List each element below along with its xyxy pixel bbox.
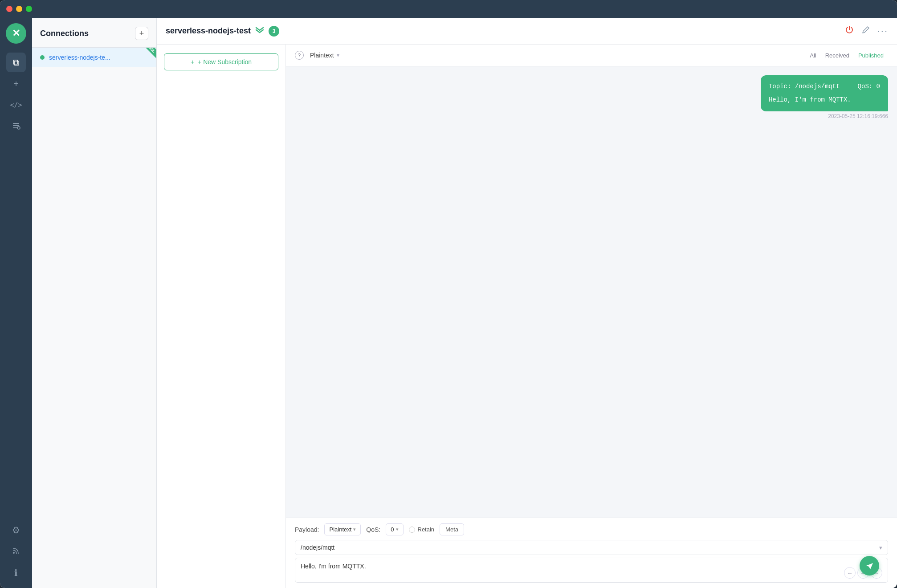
plaintext-chevron-icon: ▾	[337, 52, 339, 58]
topic-input[interactable]	[301, 544, 879, 551]
payload-type-chevron-icon: ▾	[353, 527, 356, 532]
maximize-button[interactable]	[26, 6, 32, 12]
info-icon: ℹ	[14, 568, 18, 578]
topic-chevron-icon: ▾	[879, 544, 882, 551]
payload-type-selector[interactable]: Plaintext ▾	[324, 523, 361, 535]
message-bubble: Topic: /nodejs/mqtt QoS: 0 Hello, I'm fr…	[761, 75, 888, 111]
filter-published-tab[interactable]: Published	[854, 50, 888, 61]
titlebar	[0, 0, 897, 18]
topbar: serverless-nodejs-test 3	[157, 18, 897, 45]
topbar-message-badge: 3	[269, 26, 279, 37]
qos-chevron-icon: ▾	[396, 527, 399, 532]
send-button[interactable]	[860, 556, 879, 576]
app-logo[interactable]: ✕	[6, 23, 26, 44]
connection-name: serverless-nodejs-te...	[49, 54, 110, 61]
main-area: serverless-nodejs-test 3	[157, 18, 897, 588]
topbar-connection-name: serverless-nodejs-test	[166, 26, 251, 36]
svg-rect-1	[13, 125, 19, 126]
connections-icon: ⧉	[13, 57, 19, 68]
sidebar-item-scripts[interactable]: </>	[6, 95, 26, 115]
sidebar-item-log[interactable]	[6, 117, 26, 136]
filter-received-tab[interactable]: Received	[821, 50, 854, 61]
plus-icon: +	[139, 29, 144, 38]
sidebar-item-feeds[interactable]	[6, 542, 26, 561]
plaintext-selector[interactable]: Plaintext ▾	[306, 50, 343, 61]
connections-title: Connections	[40, 29, 89, 38]
message-qos: QoS: 0	[858, 82, 880, 91]
sidebar-item-settings[interactable]: ⚙	[6, 520, 26, 540]
connections-header: Connections +	[32, 18, 156, 48]
publish-area: Payload: Plaintext ▾ QoS: 0 ▾	[286, 518, 897, 588]
qos-value: 0	[391, 526, 394, 533]
connection-item[interactable]: serverless-nodejs-te... SSL	[32, 48, 156, 67]
publish-controls: Payload: Plaintext ▾ QoS: 0 ▾	[295, 523, 888, 535]
add-connection-button[interactable]: +	[135, 27, 148, 40]
feed-icon	[12, 546, 20, 557]
retain-label: Retain	[418, 526, 435, 533]
connections-panel: Connections + serverless-nodejs-te... SS…	[32, 18, 157, 588]
power-button[interactable]	[844, 25, 854, 37]
message-topic: Topic: /nodejs/mqtt	[769, 82, 840, 91]
qos-label: QoS:	[366, 526, 380, 533]
messages-panel: ? Plaintext ▾ All Received Published	[286, 45, 897, 588]
svg-rect-2	[13, 127, 17, 128]
payload-type-value: Plaintext	[329, 526, 351, 533]
subscriptions-panel: + + New Subscription	[157, 45, 286, 588]
retain-circle-icon	[409, 527, 415, 533]
payload-label: Payload:	[295, 526, 319, 533]
message-item: Topic: /nodejs/mqtt QoS: 0 Hello, I'm fr…	[295, 75, 888, 119]
new-subscription-button[interactable]: + + New Subscription	[164, 53, 278, 70]
topic-input-wrapper: ▾	[295, 540, 888, 555]
message-body: Hello, I'm from MQTTX.	[769, 95, 880, 105]
more-button[interactable]: ···	[877, 25, 888, 37]
svg-point-3	[17, 127, 20, 129]
edit-button[interactable]	[861, 25, 870, 37]
topbar-chevron-icon[interactable]	[254, 26, 265, 36]
close-button[interactable]	[6, 6, 12, 12]
retain-toggle[interactable]: Retain	[409, 526, 435, 533]
minimize-button[interactable]	[16, 6, 22, 12]
plus-icon: +	[13, 79, 19, 89]
message-topic-line: Topic: /nodejs/mqtt QoS: 0	[769, 82, 880, 91]
message-timestamp: 2023-05-25 12:16:19:666	[828, 113, 888, 119]
log-icon	[12, 121, 20, 132]
message-input[interactable]: Hello, I'm from MQTTX.	[301, 563, 844, 579]
qos-selector[interactable]: 0 ▾	[386, 523, 403, 535]
meta-button[interactable]: Meta	[440, 523, 464, 535]
content-split: + + New Subscription ? Plaintext ▾ A	[157, 45, 897, 588]
prev-message-button[interactable]: ←	[844, 567, 856, 579]
sidebar-item-new[interactable]: +	[6, 74, 26, 94]
sidebar-item-info[interactable]: ℹ	[6, 563, 26, 583]
svg-point-4	[13, 552, 15, 554]
ssl-badge: SSL	[142, 48, 156, 59]
svg-rect-0	[13, 123, 19, 124]
connection-status-dot	[40, 55, 45, 60]
help-icon[interactable]: ?	[295, 51, 304, 60]
plaintext-label: Plaintext	[310, 52, 334, 59]
message-input-wrapper: Hello, I'm from MQTTX. ← − →	[295, 558, 888, 583]
plus-icon: +	[191, 58, 194, 65]
messages-header: ? Plaintext ▾ All Received Published	[286, 45, 897, 66]
code-icon: </>	[10, 101, 22, 109]
message-list: Topic: /nodejs/mqtt QoS: 0 Hello, I'm fr…	[286, 66, 897, 518]
sidebar-item-connections[interactable]: ⧉	[6, 53, 26, 72]
sidebar: ✕ ⧉ + </>	[0, 18, 32, 588]
filter-all-tab[interactable]: All	[805, 50, 820, 61]
gear-icon: ⚙	[12, 525, 20, 535]
new-subscription-label: + New Subscription	[198, 58, 252, 65]
